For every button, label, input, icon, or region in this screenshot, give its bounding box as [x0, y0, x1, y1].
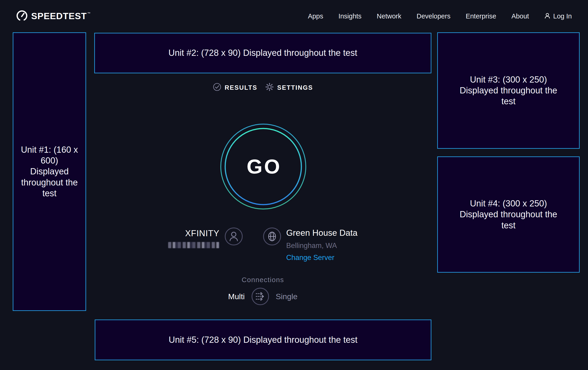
top-nav-bar: SPEEDTEST ™ Apps Insights Network Develo… — [0, 0, 588, 32]
isp-info: XFINITY — [168, 227, 243, 262]
user-icon — [544, 12, 551, 20]
ad-unit-2-text: Unit #2: (728 x 90) Displayed throughout… — [168, 48, 357, 58]
ad-unit-5-leaderboard[interactable]: Unit #5: (728 x 90) Displayed throughout… — [95, 320, 431, 360]
ad-unit-3-rectangle[interactable]: Unit #3: (300 x 250) Displayed throughou… — [437, 32, 580, 149]
results-settings-tabs: RESULTS SETTINGS — [94, 83, 431, 93]
nav-item-apps[interactable]: Apps — [308, 12, 323, 20]
change-server-link[interactable]: Change Server — [286, 253, 357, 262]
gear-icon — [265, 83, 274, 93]
isp-name: XFINITY — [185, 229, 220, 238]
ad-unit-1-skyscraper[interactable]: Unit #1: (160 x 600) Displayed throughou… — [13, 32, 86, 311]
tab-settings-label: SETTINGS — [277, 84, 313, 91]
go-button[interactable]: GO — [220, 123, 306, 210]
nav-item-about[interactable]: About — [512, 12, 529, 20]
connections-toggle-icon[interactable] — [251, 287, 269, 305]
connections-toggle-row: Multi Single — [228, 287, 297, 305]
server-info: Green House Data Bellingham, WA Change S… — [263, 227, 357, 262]
server-texts: Green House Data Bellingham, WA Change S… — [286, 227, 357, 262]
globe-circle-icon — [263, 227, 281, 247]
logo-trademark: ™ — [87, 11, 91, 15]
ad-unit-3-text: Unit #3: (300 x 250) Displayed throughou… — [458, 74, 559, 107]
isp-texts: XFINITY — [168, 227, 220, 248]
ad-unit-4-text: Unit #4: (300 x 250) Displayed throughou… — [458, 198, 559, 231]
isp-ip-redacted — [168, 242, 220, 248]
server-name: Green House Data — [286, 228, 357, 238]
nav-item-enterprise[interactable]: Enterprise — [466, 12, 496, 20]
connections-single-option[interactable]: Single — [276, 292, 298, 301]
nav-item-network[interactable]: Network — [377, 12, 401, 20]
server-location: Bellingham, WA — [286, 241, 357, 250]
nav-item-insights[interactable]: Insights — [338, 12, 361, 20]
connections-multi-option[interactable]: Multi — [228, 292, 245, 301]
logo-wordmark: SPEEDTEST — [31, 11, 87, 21]
login-label: Log In — [553, 12, 572, 20]
ad-unit-1-text: Unit #1: (160 x 600) Displayed throughou… — [21, 144, 78, 199]
ad-unit-5-text: Unit #5: (728 x 90) Displayed throughout… — [168, 334, 357, 345]
go-button-rings — [220, 123, 306, 210]
nav-item-developers[interactable]: Developers — [417, 12, 451, 20]
speedometer-icon — [16, 10, 28, 22]
ad-unit-4-rectangle[interactable]: Unit #4: (300 x 250) Displayed throughou… — [437, 156, 580, 273]
tab-results-label: RESULTS — [225, 84, 258, 91]
connections-section: Connections Multi Single — [94, 276, 431, 305]
user-circle-icon — [224, 227, 243, 247]
nav-links: Apps Insights Network Developers Enterpr… — [308, 12, 572, 20]
check-circle-icon — [213, 83, 221, 93]
tab-settings[interactable]: SETTINGS — [265, 83, 313, 93]
tab-results[interactable]: RESULTS — [213, 83, 258, 93]
connections-label: Connections — [242, 276, 284, 284]
speedtest-logo[interactable]: SPEEDTEST ™ — [16, 10, 91, 22]
ad-unit-2-leaderboard[interactable]: Unit #2: (728 x 90) Displayed throughout… — [94, 33, 431, 73]
connection-info-row: XFINITY Green House Data Bellingham, WA … — [94, 227, 431, 262]
login-button[interactable]: Log In — [544, 12, 572, 20]
